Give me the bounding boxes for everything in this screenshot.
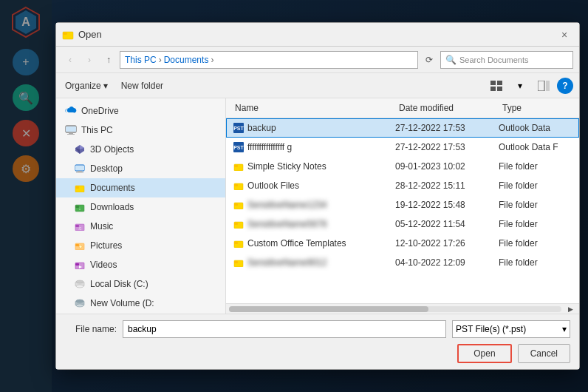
- file-type-blurred3: File folder: [499, 257, 572, 268]
- file-list-container: Name Date modified Type PST backup 27-12…: [226, 98, 579, 314]
- new-folder-button[interactable]: New folder: [117, 79, 168, 92]
- back-button[interactable]: ‹: [62, 52, 78, 68]
- nav-item-downloads[interactable]: ↓ Downloads: [56, 197, 225, 217]
- forward-button[interactable]: ›: [81, 52, 98, 68]
- nav-item-documents[interactable]: Documents: [56, 178, 225, 197]
- search-box[interactable]: 🔍 Search Documents: [440, 51, 573, 69]
- svg-rect-14: [67, 134, 75, 135]
- open-dialog: Open × ‹ › ↑ This PC › Documents › ⟳ 🔍 S…: [55, 22, 580, 370]
- search-icon: 🔍: [445, 55, 457, 65]
- nav-label-documents: Documents: [90, 183, 135, 193]
- nav-item-3dobjects[interactable]: 3D Objects: [56, 140, 225, 159]
- file-date-blurred2: 05-12-2022 11:54: [395, 219, 499, 229]
- dialog-bottom: File name: PST File(s) (*.pst) ▾ Open Ca…: [56, 314, 579, 369]
- onedrive-icon: [65, 105, 77, 117]
- up-button[interactable]: ↑: [100, 52, 117, 68]
- organize-chevron: ▾: [103, 81, 108, 91]
- hscroll-right[interactable]: ▶: [564, 303, 576, 314]
- svg-point-40: [76, 304, 83, 307]
- svg-rect-5: [490, 81, 496, 85]
- svg-rect-6: [497, 81, 502, 85]
- file-date-stickynotes: 09-01-2023 10:02: [395, 161, 499, 172]
- localdisk-icon: [74, 278, 86, 290]
- dialog-nav-toolbar: ‹ › ↑ This PC › Documents › ⟳ 🔍 Search D…: [56, 47, 579, 73]
- file-name-outlookfiles: Outlook Files: [247, 180, 395, 191]
- svg-text:♫: ♫: [78, 226, 81, 231]
- toolbar2-right: ▾ ?: [174, 78, 573, 94]
- svg-text:PST: PST: [233, 126, 244, 131]
- filename-row: File name: PST File(s) (*.pst) ▾: [65, 320, 570, 338]
- dialog-title-icon: [62, 29, 74, 41]
- file-name-blurred2: SensitiveName5678: [247, 219, 395, 229]
- svg-rect-49: [234, 184, 238, 186]
- breadcrumb-documents[interactable]: Documents: [164, 55, 209, 65]
- nav-label-pictures: Pictures: [90, 240, 122, 251]
- refresh-button[interactable]: ⟳: [421, 52, 437, 68]
- view-dropdown-button[interactable]: ▾: [510, 78, 530, 94]
- nav-item-desktop[interactable]: Desktop: [56, 159, 225, 178]
- pictures-icon: [74, 240, 86, 251]
- folder-icon-officetemplates: [233, 237, 245, 249]
- dialog-close-button[interactable]: ×: [555, 26, 573, 44]
- file-name-officetemplates: Custom Office Templates: [247, 238, 395, 249]
- folder-icon-blurred1: [233, 199, 245, 211]
- bottom-actions: Open Cancel: [65, 344, 570, 363]
- nav-label-desktop: Desktop: [90, 163, 123, 174]
- open-button[interactable]: Open: [457, 344, 511, 363]
- svg-rect-4: [63, 33, 67, 35]
- svg-rect-13: [69, 132, 73, 134]
- cancel-button[interactable]: Cancel: [518, 344, 570, 363]
- col-type-header[interactable]: Type: [499, 101, 573, 115]
- svg-rect-19: [75, 166, 84, 170]
- svg-rect-8: [497, 87, 502, 91]
- col-date-header[interactable]: Date modified: [396, 101, 499, 115]
- breadcrumb-bar: This PC › Documents ›: [120, 51, 418, 69]
- file-row-fff[interactable]: PST ffffffffffffffff g 27-12-2022 17:53 …: [226, 138, 579, 157]
- search-placeholder: Search Documents: [459, 55, 529, 64]
- col-name-header[interactable]: Name: [232, 101, 396, 115]
- folder-icon-stickynotes: [233, 160, 245, 172]
- nav-item-videos[interactable]: Videos: [56, 255, 225, 274]
- file-row-blurred3[interactable]: SensitiveName9012 04-10-2022 12:09 File …: [226, 253, 579, 272]
- hscroll-track: [229, 306, 561, 312]
- nav-item-newvolume[interactable]: New Volume (D:: [56, 294, 225, 313]
- folder-icon-outlookfiles: [233, 180, 245, 192]
- file-date-blurred3: 04-10-2022 12:09: [395, 257, 499, 268]
- file-name-blurred1: SensitiveName1234: [247, 200, 395, 210]
- dialog-title-text: Open: [78, 29, 555, 40]
- filetype-value: PST File(s) (*.pst): [456, 324, 526, 334]
- file-date-backup: 27-12-2022 17:53: [395, 123, 499, 133]
- organize-toolbar: Organize ▾ New folder ▾ ?: [56, 73, 579, 98]
- nav-item-onedrive[interactable]: OneDrive: [56, 101, 225, 121]
- file-row-backup[interactable]: PST backup 27-12-2022 17:53 Outlook Data: [226, 118, 579, 138]
- svg-rect-55: [234, 242, 238, 244]
- file-name-stickynotes: Simple Sticky Notes: [247, 161, 395, 172]
- file-row-blurred1[interactable]: SensitiveName1234 19-12-2022 15:48 File …: [226, 195, 579, 214]
- svg-point-37: [76, 285, 83, 288]
- file-type-outlookfiles: File folder: [499, 180, 572, 191]
- nav-item-music[interactable]: ♫ Music: [56, 217, 225, 236]
- svg-rect-10: [546, 81, 550, 91]
- view-list-button[interactable]: [486, 78, 507, 94]
- file-row-outlookfiles[interactable]: Outlook Files 28-12-2022 15:11 File fold…: [226, 176, 579, 195]
- file-row-stickynotes[interactable]: Simple Sticky Notes 09-01-2023 10:02 Fil…: [226, 157, 579, 176]
- nav-item-pictures[interactable]: Pictures: [56, 236, 225, 255]
- dialog-titlebar: Open ×: [56, 23, 579, 47]
- svg-rect-34: [75, 263, 79, 266]
- file-date-officetemplates: 12-10-2022 17:26: [395, 238, 499, 249]
- breadcrumb-thispc[interactable]: This PC: [125, 55, 157, 65]
- file-type-fff: Outlook Data F: [499, 142, 572, 152]
- svg-point-38: [76, 280, 83, 283]
- view-preview-button[interactable]: [533, 78, 554, 94]
- nav-item-thispc[interactable]: This PC: [56, 121, 225, 140]
- folder-icon-blurred3: [233, 257, 245, 268]
- file-row-officetemplates[interactable]: Custom Office Templates 12-10-2022 17:26…: [226, 234, 579, 253]
- filetype-select[interactable]: PST File(s) (*.pst) ▾: [452, 320, 570, 338]
- organize-button[interactable]: Organize ▾: [62, 79, 111, 92]
- filename-input[interactable]: [123, 320, 446, 338]
- hscroll-thumb: [229, 306, 428, 312]
- horizontal-scrollbar[interactable]: ▶: [226, 303, 579, 314]
- help-button[interactable]: ?: [557, 78, 573, 94]
- file-row-blurred2[interactable]: SensitiveName5678 05-12-2022 11:54 File …: [226, 214, 579, 234]
- nav-item-localdisk[interactable]: Local Disk (C:): [56, 274, 225, 294]
